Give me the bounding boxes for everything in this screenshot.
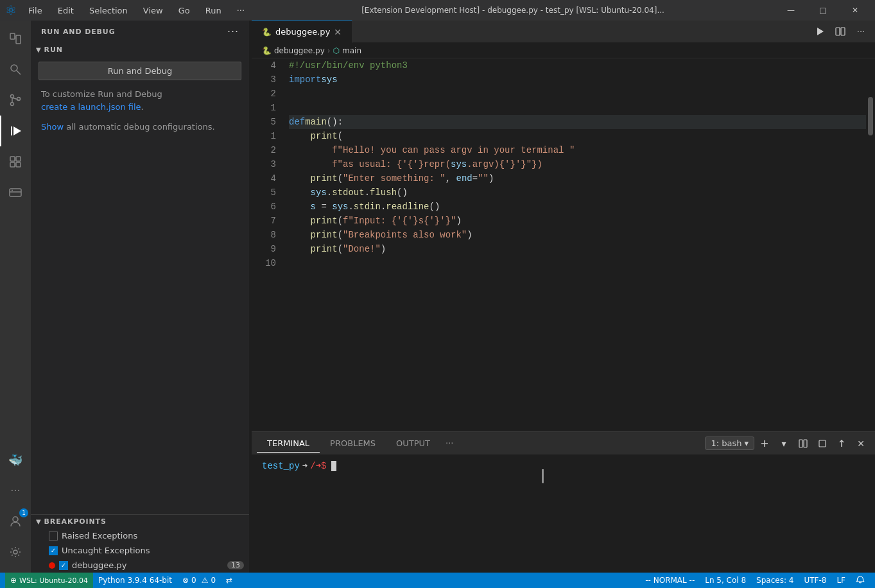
remote-explorer-icon[interactable] bbox=[0, 177, 31, 208]
minimize-button[interactable]: — bbox=[776, 0, 806, 21]
uncaught-exceptions-item[interactable]: ✓ Uncaught Exceptions bbox=[31, 543, 249, 558]
code-line-9: print("Enter something: ", end="") bbox=[289, 171, 866, 186]
line-ending-status[interactable]: LF bbox=[831, 573, 851, 588]
run-editor-button[interactable] bbox=[811, 22, 829, 40]
python-file-icon: 🐍 bbox=[262, 28, 272, 37]
tab-actions: ··· bbox=[811, 22, 875, 40]
errors-status[interactable]: ⊗ 0 ⚠ 0 bbox=[177, 573, 221, 588]
raised-exceptions-label: Raised Exceptions bbox=[62, 531, 137, 540]
menu-file[interactable]: File bbox=[23, 4, 48, 17]
run-section-header[interactable]: ▼ debug-icon RUN bbox=[31, 43, 249, 56]
text-cursor-icon: | bbox=[541, 468, 545, 482]
search-icon[interactable] bbox=[0, 54, 31, 85]
terminal-more-tabs[interactable]: ··· bbox=[440, 435, 458, 452]
run-debug-button[interactable]: Run and Debug bbox=[39, 62, 241, 80]
code-lines-container: 4 3 2 1 5 1 2 3 4 5 6 7 8 9 10 # bbox=[252, 58, 875, 431]
svg-rect-12 bbox=[16, 162, 21, 167]
maximize-panel-button[interactable] bbox=[833, 435, 851, 453]
svg-rect-8 bbox=[11, 126, 12, 135]
encoding-status[interactable]: UTF-8 bbox=[799, 573, 831, 588]
warning-count: 0 bbox=[211, 576, 216, 585]
svg-point-5 bbox=[11, 103, 14, 106]
menu-run[interactable]: Run bbox=[200, 4, 227, 17]
code-editor[interactable]: 4 3 2 1 5 1 2 3 4 5 6 7 8 9 10 # bbox=[252, 58, 875, 431]
spaces-status[interactable]: Spaces: 4 bbox=[751, 573, 799, 588]
menu-view[interactable]: View bbox=[138, 4, 168, 17]
debuggee-breakpoint-item[interactable]: ✓ debuggee.py 13 bbox=[31, 558, 249, 573]
remote-status[interactable]: ⇄ bbox=[221, 573, 238, 588]
svg-rect-25 bbox=[819, 440, 826, 447]
svg-rect-0 bbox=[10, 33, 15, 39]
svg-point-4 bbox=[11, 95, 14, 98]
tab-close-button[interactable]: ✕ bbox=[334, 27, 342, 37]
add-terminal-button[interactable] bbox=[756, 435, 774, 453]
terminal-dropdown-icon[interactable]: ▾ bbox=[775, 435, 793, 453]
more-actions-button[interactable]: ··· bbox=[852, 22, 870, 40]
explorer-icon[interactable] bbox=[0, 23, 31, 54]
code-content[interactable]: #!/usr/bin/env python3 import sys def ma… bbox=[284, 58, 866, 431]
hint-period: . bbox=[141, 102, 144, 112]
more-icon[interactable]: ··· bbox=[0, 475, 31, 506]
wsl-label: WSL: Ubuntu-20.04 bbox=[19, 576, 88, 585]
svg-rect-23 bbox=[799, 440, 802, 447]
kill-terminal-button[interactable] bbox=[813, 435, 831, 453]
breakpoints-label: BREAKPOINTS bbox=[44, 517, 107, 526]
terminal-shell-selector[interactable]: 1: bash ▾ bbox=[705, 437, 754, 450]
code-line-7: f"Hello! you can pass argv in your termi… bbox=[289, 143, 866, 157]
prompt-directory: test_py bbox=[262, 461, 300, 471]
hint-text: To customize Run and Debug create a laun… bbox=[31, 85, 249, 118]
maximize-button[interactable]: □ bbox=[808, 0, 838, 21]
hint2-rest: all automatic debug configurations. bbox=[64, 122, 215, 132]
source-control-icon[interactable] bbox=[0, 85, 31, 116]
extensions-icon[interactable] bbox=[0, 146, 31, 177]
editor-area: 🐍 debuggee.py ✕ ··· bbox=[252, 21, 875, 573]
menu-selection[interactable]: Selection bbox=[84, 4, 133, 17]
svg-point-15 bbox=[12, 190, 13, 191]
docker-icon[interactable]: 🐳 bbox=[0, 444, 31, 475]
raised-exceptions-checkbox[interactable] bbox=[49, 532, 58, 540]
svg-line-3 bbox=[17, 71, 21, 74]
accounts-icon[interactable]: 1 bbox=[0, 506, 31, 537]
wsl-status[interactable]: ⊕ WSL: Ubuntu-20.04 bbox=[5, 573, 93, 588]
status-bar: ⊕ WSL: Ubuntu-20.04 Python 3.9.4 64-bit … bbox=[0, 573, 875, 588]
menu-edit[interactable]: Edit bbox=[53, 4, 79, 17]
settings-icon[interactable] bbox=[0, 537, 31, 567]
breadcrumb-symbol[interactable]: main bbox=[342, 46, 361, 55]
output-tab[interactable]: OUTPUT bbox=[386, 435, 440, 453]
menu-go[interactable]: Go bbox=[173, 4, 195, 17]
problems-tab[interactable]: PROBLEMS bbox=[320, 435, 386, 453]
close-button[interactable]: ✕ bbox=[840, 0, 870, 21]
code-line-6: print( bbox=[289, 129, 866, 143]
run-label: RUN bbox=[44, 46, 63, 54]
split-editor-button[interactable] bbox=[831, 22, 849, 40]
remote-icon: ⊕ bbox=[10, 576, 17, 585]
debug-run-icon[interactable] bbox=[0, 116, 31, 146]
more-actions-icon[interactable]: ··· bbox=[227, 26, 239, 38]
uncaught-exceptions-checkbox[interactable]: ✓ bbox=[49, 546, 58, 555]
svg-rect-19 bbox=[836, 28, 840, 35]
tab-bar: 🐍 debuggee.py ✕ ··· bbox=[252, 21, 875, 43]
terminal-tab[interactable]: TERMINAL bbox=[257, 435, 320, 453]
breadcrumb-file[interactable]: debuggee.py bbox=[274, 46, 325, 55]
code-line-14: print("Done!") bbox=[289, 242, 866, 256]
breakpoints-section-header[interactable]: ▼ BREAKPOINTS bbox=[31, 515, 249, 528]
editor-scrollbar[interactable] bbox=[866, 58, 875, 431]
create-launch-link[interactable]: create a launch.json file bbox=[41, 102, 141, 112]
debuggee-tab[interactable]: 🐍 debuggee.py ✕ bbox=[252, 21, 352, 43]
raised-exceptions-item[interactable]: Raised Exceptions bbox=[31, 528, 249, 543]
python-version-status[interactable]: Python 3.9.4 64-bit bbox=[93, 573, 177, 588]
menu-more[interactable]: ··· bbox=[232, 4, 250, 17]
code-line-10: sys.stdout.flush() bbox=[289, 186, 866, 200]
close-panel-button[interactable]: ✕ bbox=[852, 435, 870, 453]
notification-icon[interactable] bbox=[851, 573, 870, 588]
split-terminal-button[interactable] bbox=[794, 435, 812, 453]
breakpoints-section: ▼ BREAKPOINTS Raised Exceptions ✓ Uncaug… bbox=[31, 514, 249, 573]
terminal-content[interactable]: test_py ➜ /➜$ bbox=[252, 455, 875, 519]
sidebar-header: RUN AND DEBUG ··· bbox=[31, 21, 249, 43]
debuggee-checkbox[interactable]: ✓ bbox=[59, 561, 68, 570]
show-auto-debug-link[interactable]: Show bbox=[41, 122, 64, 132]
code-line-3 bbox=[289, 87, 866, 101]
code-line-4 bbox=[289, 101, 866, 115]
cursor-position-status[interactable]: Ln 5, Col 8 bbox=[700, 573, 751, 588]
python-breadcrumb-icon: 🐍 bbox=[262, 46, 272, 55]
